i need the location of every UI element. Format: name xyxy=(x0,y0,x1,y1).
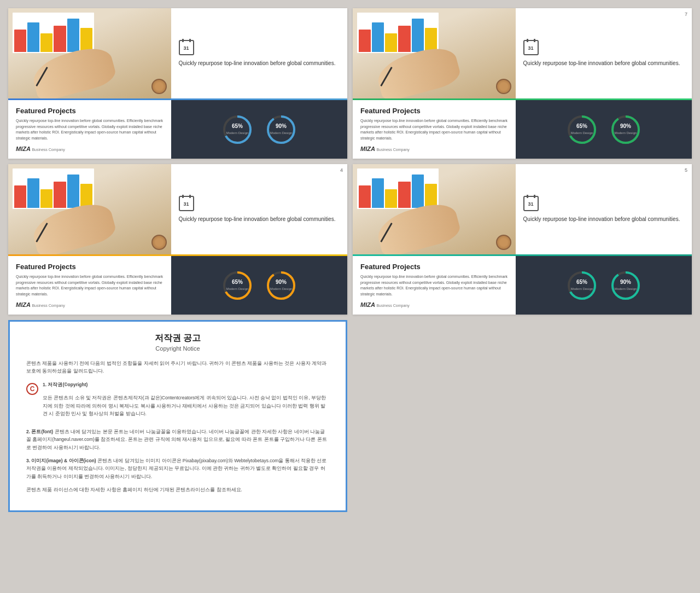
chart-bar xyxy=(372,22,384,53)
svg-point-29 xyxy=(612,272,639,299)
slide-divider-1 xyxy=(8,98,347,100)
slide-image-3 xyxy=(8,164,171,254)
chart-bar xyxy=(40,33,52,52)
copyright-section2: 2. 폰트(font) 콘텐츠 내에 담겨있는 본문 폰트는 네이버 나눔글꼴을… xyxy=(26,428,329,451)
desk-coffee-3 xyxy=(151,235,167,250)
copyright-section3: 3. 이미지(image) & 아이콘(icon) 콘텐츠 내에 담겨있는 이미… xyxy=(26,457,329,480)
slide-divider-3 xyxy=(8,254,347,256)
copyright-section1-title: 1. 저작권(©opyright) xyxy=(43,382,88,387)
svg-text:Modern Design: Modern Design xyxy=(614,287,637,290)
svg-text:Modern Design: Modern Design xyxy=(614,131,637,135)
copyright-footer: 콘텐츠 제품 라이선스에 대한 자세한 사항은 홈페이지 하단에 기재된 콘텐츠… xyxy=(26,486,329,493)
circle-stat-1b: 90% Modern Design xyxy=(265,113,298,146)
circle-stat-2b: 90% Modern Design xyxy=(609,113,642,146)
svg-text:65%: 65% xyxy=(576,279,587,285)
calendar-icon-2: 31 xyxy=(523,40,539,55)
copyright-para1: 콘텐츠 제품을 사용하기 전에 다음의 법적인 조항들을 자세히 읽어 주시기 … xyxy=(26,359,329,375)
copyright-s1-text: 모든 콘텐츠의 소유 및 저작권은 콘텐츠제작자(과 같은)Contentcre… xyxy=(43,394,329,417)
slide-tagline-3: Quickly repurpose top-line innovation be… xyxy=(179,216,340,223)
slide-left-2: Featured Projects Quickly repurpose top-… xyxy=(353,100,516,159)
desk-coffee-1 xyxy=(151,79,167,94)
chart-bar xyxy=(27,178,39,208)
calendar-date-3: 31 xyxy=(184,201,189,207)
slide-3: 4 xyxy=(8,164,347,315)
chart-area-4 xyxy=(357,168,439,209)
slide-divider-2 xyxy=(353,98,692,100)
slide-right-top-4: 31 Quickly repurpose top-line innovation… xyxy=(516,164,692,254)
slide-title-3: Featured Projects xyxy=(16,263,164,271)
desk-scene-1 xyxy=(8,8,171,98)
svg-text:90%: 90% xyxy=(620,123,631,129)
chart-bar xyxy=(412,175,424,208)
slide-bottom-2: Featured Projects Quickly repurpose top-… xyxy=(353,100,692,159)
chart-bar xyxy=(385,189,397,208)
copyright-section: 저작권 공고 Copyright Notice 콘텐츠 제품을 사용하기 전에 … xyxy=(8,320,347,512)
chart-area-1 xyxy=(13,13,94,53)
copyright-title-en: Copyright Notice xyxy=(26,345,329,352)
svg-text:Modern Design: Modern Design xyxy=(570,131,593,135)
slide-4: 5 xyxy=(353,164,692,315)
slide-top-2: 31 Quickly repurpose top-line innovation… xyxy=(353,8,692,98)
circle-stat-4b: 90% Modern Design xyxy=(609,269,642,302)
svg-text:Modern Design: Modern Design xyxy=(226,131,248,135)
slide-brand-3: MIZA Business Company xyxy=(16,301,164,308)
chart-bar xyxy=(372,178,384,208)
chart-bar xyxy=(412,19,424,52)
slide-brand-1: MIZA Business Company xyxy=(16,146,164,152)
svg-text:Modern Design: Modern Design xyxy=(226,287,248,290)
brand-name-2: MIZA xyxy=(360,146,375,152)
slide-1: 31 Quickly repurpose top-line innovation… xyxy=(8,8,347,159)
slide-right-top-1: 31 Quickly repurpose top-line innovation… xyxy=(171,8,347,98)
chart-bar xyxy=(40,189,52,208)
slide-top-3: 31 Quickly repurpose top-line innovation… xyxy=(8,164,347,254)
desk-scene-3 xyxy=(8,164,171,254)
svg-text:65%: 65% xyxy=(576,123,587,129)
desk-scene-2 xyxy=(353,8,516,98)
slide-bottom-1: Featured Projects Quickly repurpose top-… xyxy=(8,100,347,159)
calendar-icon-3: 31 xyxy=(179,196,194,211)
chart-bar xyxy=(14,30,26,52)
chart-area-3 xyxy=(13,168,94,209)
slide-title-2: Featured Projects xyxy=(360,107,508,115)
slide-right-bottom-3: 65% Modern Design 90% Modern Design xyxy=(171,256,347,315)
slide-brand-2: MIZA Business Company xyxy=(360,146,508,152)
slide-title-1: Featured Projects xyxy=(16,107,164,115)
slide-bottom-3: Featured Projects Quickly repurpose top-… xyxy=(8,256,347,315)
chart-bar xyxy=(398,26,410,52)
desk-coffee-4 xyxy=(496,235,511,250)
slide-image-4 xyxy=(353,164,516,254)
svg-point-21 xyxy=(268,272,294,299)
circle-stat-3b: 90% Modern Design xyxy=(265,269,298,302)
brand-sub-1: Business Company xyxy=(32,148,65,152)
circle-svg-2b: 90% Modern Design xyxy=(609,113,642,146)
slide-image-1 xyxy=(8,8,171,98)
slide-left-4: Featured Projects Quickly repurpose top-… xyxy=(353,256,516,315)
circle-svg-1a: 65% Modern Design xyxy=(221,113,254,146)
svg-text:90%: 90% xyxy=(620,279,631,285)
svg-text:Modern Design: Modern Design xyxy=(270,131,292,135)
slide-left-3: Featured Projects Quickly repurpose top-… xyxy=(8,256,171,315)
slide-2: 7 xyxy=(353,8,692,159)
brand-name-1: MIZA xyxy=(16,146,31,152)
slide-right-top-2: 31 Quickly repurpose top-line innovation… xyxy=(516,8,692,98)
svg-text:90%: 90% xyxy=(276,279,287,285)
chart-bar xyxy=(54,182,66,208)
calendar-icon-1: 31 xyxy=(179,40,194,55)
calendar-date-1: 31 xyxy=(184,45,189,51)
brand-sub-3: Business Company xyxy=(32,304,65,307)
svg-text:65%: 65% xyxy=(232,123,243,129)
copyright-section3-title: 3. 이미지(image) & 아이콘(icon) xyxy=(26,458,96,463)
chart-bar xyxy=(359,185,371,208)
circle-stat-3a: 65% Modern Design xyxy=(221,269,254,302)
empty-panel xyxy=(350,317,695,515)
copyright-title-kr: 저작권 공고 xyxy=(26,333,329,344)
main-grid: 31 Quickly repurpose top-line innovation… xyxy=(0,0,700,520)
svg-text:90%: 90% xyxy=(276,123,287,129)
circle-stat-2a: 65% Modern Design xyxy=(565,113,598,146)
svg-text:Modern Design: Modern Design xyxy=(570,287,593,290)
circle-svg-2a: 65% Modern Design xyxy=(565,113,598,146)
svg-text:Modern Design: Modern Design xyxy=(270,287,292,290)
chart-bar xyxy=(67,19,79,52)
desk-scene-4 xyxy=(353,164,516,254)
slide-brand-4: MIZA Business Company xyxy=(360,301,508,308)
